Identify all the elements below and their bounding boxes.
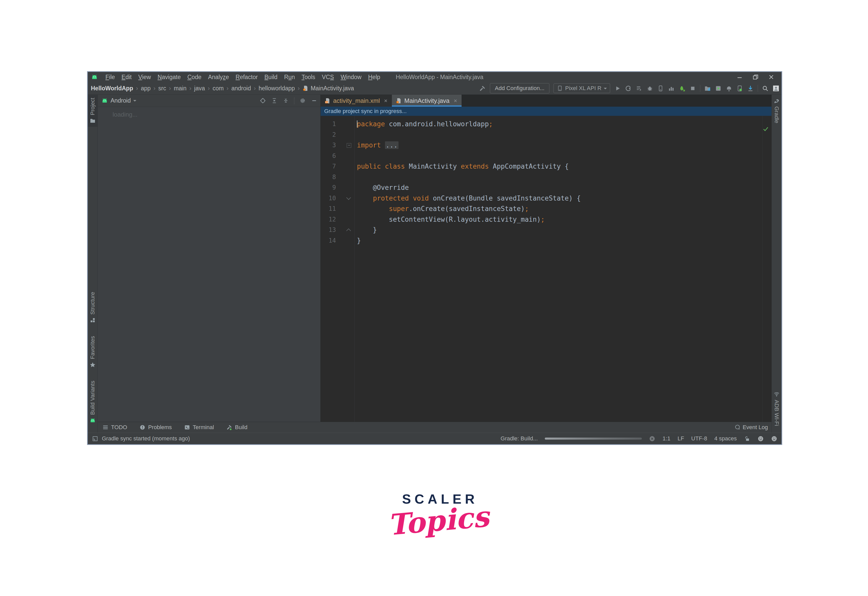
gutter[interactable]: [336, 161, 354, 172]
indent-widget[interactable]: 4 spaces: [714, 435, 737, 442]
build-hammer-icon[interactable]: [479, 85, 486, 92]
editor-tab-activity-main-xml[interactable]: activity_main.xml: [321, 94, 392, 107]
gutter[interactable]: [336, 151, 354, 161]
locate-icon[interactable]: [260, 97, 266, 104]
breadcrumb-item[interactable]: app: [141, 85, 151, 92]
breadcrumb-item[interactable]: MainActivity.java: [303, 85, 354, 92]
event-log-button[interactable]: Event Log: [734, 424, 768, 431]
android-icon: [90, 417, 96, 423]
gutter[interactable]: [336, 183, 354, 193]
cancel-icon[interactable]: [649, 435, 655, 442]
settings-gear-icon[interactable]: [299, 97, 306, 104]
menu-tools[interactable]: Tools: [298, 74, 319, 81]
tool-window-tab-build[interactable]: Build: [226, 424, 247, 431]
profile-app-icon[interactable]: [657, 85, 664, 92]
menu-edit[interactable]: Edit: [118, 74, 135, 81]
menu-window[interactable]: Window: [337, 74, 365, 81]
expand-all-icon[interactable]: [271, 97, 278, 104]
run-tasks-icon[interactable]: [636, 85, 643, 92]
breadcrumb-separator-icon: ›: [208, 85, 210, 92]
menu-file[interactable]: File: [102, 74, 118, 81]
avd-manager-icon[interactable]: [715, 85, 722, 92]
stripe-item-adb-wi-fi[interactable]: ADB Wi-Fi: [772, 388, 781, 429]
profiler-icon[interactable]: [668, 85, 675, 92]
sdk-manager-icon[interactable]: [726, 85, 732, 92]
right-tool-stripe: GradleADB Wi-Fi: [772, 94, 781, 433]
line-separator-widget[interactable]: LF: [677, 435, 684, 442]
gutter[interactable]: [336, 193, 354, 204]
restore-icon[interactable]: [752, 74, 759, 81]
encoding-widget[interactable]: UTF-8: [691, 435, 707, 442]
problems-icon: [139, 424, 145, 431]
gutter[interactable]: [336, 119, 354, 130]
layout-inspector-icon[interactable]: [736, 85, 743, 92]
project-view-selector[interactable]: Android: [101, 97, 136, 104]
hide-icon[interactable]: [311, 97, 317, 104]
add-configuration-button[interactable]: Add Configuration...: [490, 83, 549, 93]
stripe-item-gradle[interactable]: Gradle: [772, 94, 781, 126]
main-area: ProjectStructureFavoritesBuild Variants …: [88, 94, 781, 433]
breadcrumb-item[interactable]: helloworldapp: [259, 85, 295, 92]
gutter[interactable]: [336, 172, 354, 183]
breadcrumb-item[interactable]: com: [213, 85, 224, 92]
stripe-item-label: Project: [89, 98, 96, 115]
tool-window-tab-label: Problems: [148, 424, 172, 431]
gutter[interactable]: [336, 204, 354, 214]
menu-build[interactable]: Build: [261, 74, 281, 81]
caret-position-widget[interactable]: 1:1: [662, 435, 670, 442]
tab-close-icon[interactable]: [453, 99, 458, 103]
menu-analyze[interactable]: Analyze: [205, 74, 232, 81]
fold-region-start-icon[interactable]: [346, 195, 351, 200]
collapse-all-icon[interactable]: [282, 97, 289, 104]
close-icon[interactable]: [767, 74, 775, 81]
user-avatar-icon[interactable]: [772, 85, 779, 92]
run-icon[interactable]: [614, 85, 621, 92]
attach-debugger-icon[interactable]: [679, 85, 685, 92]
project-tree[interactable]: loading...: [98, 107, 320, 422]
code-text: [354, 151, 357, 161]
menu-run[interactable]: Run: [281, 74, 298, 81]
menu-vcs[interactable]: VCS: [319, 74, 337, 81]
gutter[interactable]: [336, 225, 354, 236]
stripe-item-structure[interactable]: Structure: [88, 289, 98, 326]
inspections-ok-icon[interactable]: [762, 125, 769, 132]
menu-refactor[interactable]: Refactor: [232, 74, 261, 81]
happy-face-icon[interactable]: [757, 435, 764, 442]
gutter[interactable]: [336, 140, 354, 151]
tool-window-tab-todo[interactable]: TODO: [102, 424, 127, 431]
tool-windows-icon[interactable]: [92, 435, 98, 442]
tab-close-icon[interactable]: [383, 99, 388, 103]
stripe-item-build-variants[interactable]: Build Variants: [88, 378, 98, 426]
tool-window-tab-problems[interactable]: Problems: [139, 424, 172, 431]
sync-gradle-icon[interactable]: [704, 85, 711, 92]
gradle-icon: [773, 98, 780, 104]
editor-tab-mainactivity-java[interactable]: MainActivity.java: [392, 94, 461, 107]
menu-navigate[interactable]: Navigate: [154, 74, 184, 81]
fold-region-end-icon[interactable]: [346, 228, 351, 233]
breadcrumb-item[interactable]: android: [231, 85, 251, 92]
stop-icon[interactable]: [689, 85, 696, 92]
gutter[interactable]: [336, 236, 354, 246]
breadcrumb-item[interactable]: HelloWorldApp: [91, 85, 133, 92]
unlock-icon[interactable]: [744, 435, 750, 442]
breadcrumb-item[interactable]: src: [158, 85, 166, 92]
menu-view[interactable]: View: [135, 74, 154, 81]
device-selector[interactable]: Pixel XL API R: [553, 83, 610, 93]
stripe-item-project[interactable]: Project: [88, 94, 98, 127]
get-device-icon[interactable]: [747, 85, 754, 92]
apply-changes-icon[interactable]: [625, 85, 632, 92]
breadcrumb-item[interactable]: java: [194, 85, 205, 92]
gutter[interactable]: [336, 214, 354, 225]
breadcrumb-item[interactable]: main: [174, 85, 186, 92]
code-editor[interactable]: 1package com.android.helloworldapp;23imp…: [321, 116, 772, 422]
search-everywhere-icon[interactable]: [762, 85, 769, 92]
menu-code[interactable]: Code: [184, 74, 205, 81]
tool-window-tab-terminal[interactable]: Terminal: [184, 424, 214, 431]
menu-help[interactable]: Help: [365, 74, 383, 81]
sad-face-icon[interactable]: [771, 435, 777, 442]
fold-collapsed-icon[interactable]: [347, 143, 351, 148]
debug-icon[interactable]: [646, 85, 653, 92]
gutter[interactable]: [336, 130, 354, 140]
stripe-item-favorites[interactable]: Favorites: [88, 333, 98, 371]
minimize-icon[interactable]: [736, 74, 743, 81]
